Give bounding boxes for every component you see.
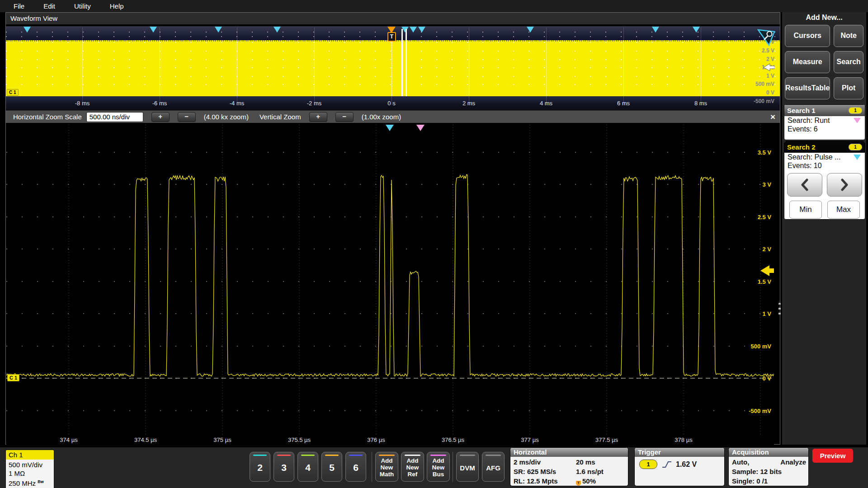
add-new-math-button[interactable]: AddNewMath [375,452,398,482]
horizontal-settings-badge[interactable]: Horizontal 2 ms/div SR: 625 MS/s RL: 12.… [510,447,628,486]
channel4-button[interactable]: 4 [297,452,318,482]
channel3-button[interactable]: 3 [274,452,294,482]
search-event-marker-icon[interactable] [274,27,281,33]
search2-next-button[interactable] [827,173,862,197]
channel6-button[interactable]: 6 [345,452,366,482]
add-new-search-button[interactable]: Search [834,51,863,73]
zoom-time-label: 375.5 µs [288,436,311,443]
overview-waveform-ch1 [6,40,780,96]
search-event-marker-icon[interactable] [693,27,700,33]
menu-bar: FileEditUtilityHelp [0,0,868,12]
add-new-plot-button[interactable]: Plot [834,77,863,99]
search2-max-button[interactable]: Max [827,201,860,219]
overview-trigger-level-arrow-icon[interactable] [763,63,774,71]
add-new-results-table-button[interactable]: ResultsTable [785,77,830,99]
zoom-time-label: 374.5 µs [134,436,157,443]
add-new-ref-button[interactable]: AddNewRef [401,452,424,482]
overview-gridline [160,40,160,96]
menu-file[interactable]: File [14,2,24,10]
overview-channel1-badge[interactable]: C 1 [7,89,19,96]
chevron-right-icon [840,178,849,191]
search2-header[interactable]: Search 2 1 [784,141,865,153]
acquisition-settings-badge[interactable]: Acquisition Auto, Analyze Sample: 12 bit… [728,447,809,486]
overview-gridline [237,40,237,96]
search-event-marker-icon[interactable] [24,27,31,33]
trigger-position-tag[interactable]: T [387,32,396,42]
add-new-bus-button[interactable]: AddNewBus [427,452,450,482]
search1-source-badge: 1 [849,107,862,114]
button-label: AddNewBus [427,457,449,478]
overview-voltage-label: 2 V [766,56,774,62]
overview-gridline [623,28,624,40]
zoom-channel1-badge[interactable]: C 1 [7,374,19,381]
search2-badge[interactable]: Search 2 1 Search: Pulse ... Events: 10 … [784,141,865,220]
sample-rate: SR: 625 MS/s [514,467,558,476]
search1-header[interactable]: Search 1 1 [784,105,865,116]
channel-color-line [379,455,394,456]
vertical-zoom-plus-button[interactable]: + [309,112,327,122]
horizontal-zoom-scale-input[interactable] [86,112,143,122]
search1-marker-icon [854,118,861,123]
zoom-waveform-plot[interactable]: 3.5 V3 V2.5 V2 V1.5 V1 V500 mV0 V-500 mV… [6,125,774,436]
panel-splitter-handle[interactable] [778,303,781,317]
menu-utility[interactable]: Utility [74,2,91,10]
zoom-voltage-label: 2 V [762,246,771,253]
trigger-settings-badge[interactable]: Trigger 1 1.62 V [634,447,725,486]
overview-gridline [546,40,547,96]
sample-interval: 1.6 ns/pt [576,467,604,476]
vertical-zoom-minus-button[interactable]: − [335,112,354,122]
overview-gridline [546,28,547,40]
horizontal-zoom-plus-button[interactable]: + [151,112,170,122]
trigger-position-icon: T [576,481,581,486]
search2-min-button[interactable]: Min [789,201,822,219]
overview-gridline [701,28,701,40]
acquisition-mode: Auto, [732,457,749,467]
menu-edit[interactable]: Edit [43,2,55,10]
channel5-button[interactable]: 5 [321,452,342,482]
search-pulse-width-marker-icon[interactable] [386,125,394,131]
horizontal-zoom-minus-button[interactable]: − [178,112,196,122]
dvm-button[interactable]: DVM [456,452,479,482]
search-event-marker-icon[interactable] [418,27,425,33]
search-event-marker-icon[interactable] [150,27,157,33]
trigger-position: T50% [576,476,604,486]
chevron-left-icon [800,178,810,191]
channel1-impedance: 1 MΩ [9,469,51,478]
overview-time-label: -2 ms [307,100,322,107]
overview-time-label: 2 ms [462,100,475,107]
add-new-measure-button[interactable]: Measure [785,51,830,73]
channel-color-line [405,455,420,456]
overview-time-label: -4 ms [230,100,245,107]
channel1-badge[interactable]: Ch 1 500 mV/div 1 MΩ 250 MHz Bw [5,450,54,488]
overview-zoom-icon[interactable] [757,28,775,46]
vertical-zoom-label: Vertical Zoom [259,113,301,121]
overview-gridline [701,40,701,96]
search2-previous-button[interactable] [787,173,822,197]
search-event-marker-icon[interactable] [410,27,417,33]
zoom-time-label: 378 µs [675,436,692,443]
overview-gridline [160,28,160,40]
preview-button[interactable]: Preview [812,449,853,463]
search-event-marker-icon[interactable] [215,27,222,33]
button-label: DVM [457,464,478,472]
zoom-time-label: 377.5 µs [595,436,618,443]
zoom-window-selector[interactable] [401,29,407,96]
trigger-level-arrow-icon[interactable] [760,265,774,276]
acquisition-overview[interactable]: T3 V2.5 V2 V1.5 V1 V500 mV0 V-500 mV-8 m… [6,26,780,110]
channel2-button[interactable]: 2 [250,452,270,482]
close-zoom-icon[interactable]: × [770,112,775,122]
add-new-note-button[interactable]: Note [834,25,863,47]
button-label: AddNewMath [376,457,398,478]
overview-time-label: 6 ms [617,100,630,107]
search-event-marker-icon[interactable] [527,27,534,33]
zoom-voltage-label: 3.5 V [758,149,771,156]
overview-grid-dots [6,76,780,77]
search-runt-marker-icon[interactable] [416,125,425,131]
ch1-waveform-trace[interactable] [6,174,774,376]
afg-button[interactable]: AFG [482,452,505,482]
acquisition-title: Acquisition [729,448,808,457]
search-event-marker-icon[interactable] [652,27,659,33]
menu-help[interactable]: Help [110,2,124,10]
add-new-cursors-button[interactable]: Cursors [785,25,830,47]
search1-badge[interactable]: Search 1 1 Search: Runt Events: 6 [784,104,865,140]
